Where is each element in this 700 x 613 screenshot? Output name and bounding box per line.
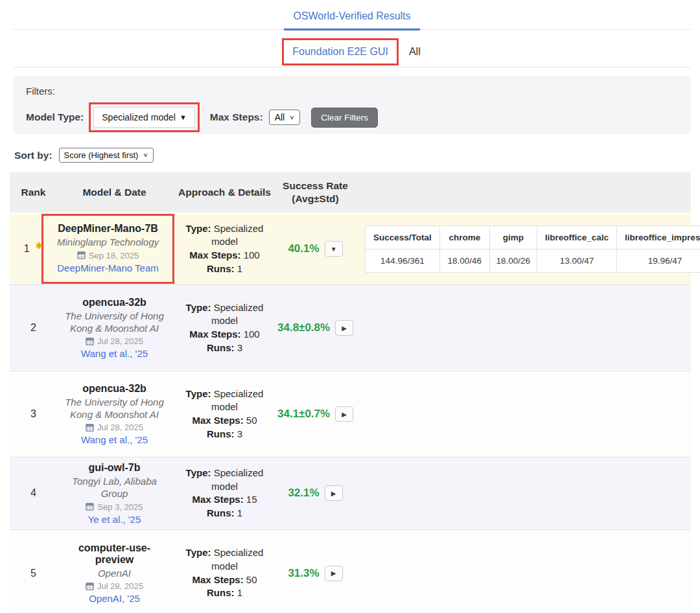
date-text: Sep 18, 2025 xyxy=(89,251,139,260)
calendar-icon xyxy=(86,424,94,432)
detail-col-header: Success/Total xyxy=(366,226,440,249)
detail-value: 18.00/46 xyxy=(439,249,489,272)
detail-col-header: gimp xyxy=(489,226,537,249)
detail-header-row: Success/Total chrome gimp libreoffice_ca… xyxy=(366,226,700,249)
max-steps-value: 100 xyxy=(244,249,260,260)
model-name: DeepMiner-Mano-7B xyxy=(58,223,158,235)
collapse-toggle-button[interactable]: ▼ xyxy=(325,241,343,257)
model-org: Mininglamp Technology xyxy=(57,237,159,249)
model-type-dropdown[interactable]: Specialized model ▼ xyxy=(93,107,195,128)
star-icon: ✱ xyxy=(36,240,43,251)
detail-col-header: libreoffice_impress xyxy=(617,226,700,249)
tab-all[interactable]: All xyxy=(408,42,422,62)
filters-row: Model Type: Specialized model ▼ Max Step… xyxy=(26,102,678,132)
filters-panel: Filters: Model Type: Specialized model ▼… xyxy=(13,76,691,134)
row-divider xyxy=(10,371,691,371)
secondary-tab-group: Foundation E2E GUI All xyxy=(282,38,421,67)
model-cell: DeepMiner-Mano-7B Mininglamp Technology … xyxy=(57,214,172,284)
detail-value: 144.96/361 xyxy=(366,249,440,272)
primary-tab-bar: OSWorld-Verified Results xyxy=(13,0,691,30)
max-steps-select[interactable]: All ∨ xyxy=(269,110,301,125)
rank-value: 3 xyxy=(30,408,36,420)
runs-label: Runs: xyxy=(207,507,235,518)
max-steps-value: 50 xyxy=(246,415,257,426)
detail-cell: Success/Total chrome gimp libreoffice_ca… xyxy=(353,226,700,273)
date-text: Jul 28, 2025 xyxy=(97,336,143,346)
model-link[interactable]: OpenAI, '25 xyxy=(89,593,140,604)
model-org: The University of Hong Kong & Moonshot A… xyxy=(60,310,169,335)
model-link[interactable]: Wang et al., '25 xyxy=(81,348,148,359)
model-link[interactable]: Ye et al., '25 xyxy=(88,514,141,525)
model-cell: opencua-32b The University of Hong Kong … xyxy=(57,293,172,364)
type-label: Type: xyxy=(186,547,211,558)
expand-toggle-button[interactable]: ▶ xyxy=(325,485,343,501)
model-name: opencua-32b xyxy=(82,383,146,395)
type-value: Specialized model xyxy=(211,223,263,248)
chevron-down-icon: ∨ xyxy=(143,152,148,158)
date-text: Jul 28, 2025 xyxy=(97,581,143,591)
calendar-icon xyxy=(86,503,94,511)
table-row: 2 opencua-32b The University of Hong Kon… xyxy=(10,286,691,370)
table-row: 1 ✱ DeepMiner-Mano-7B Mininglamp Technol… xyxy=(10,214,691,284)
expand-toggle-button[interactable]: ▶ xyxy=(325,566,343,581)
expand-toggle-button[interactable]: ▶ xyxy=(335,406,353,422)
score-cell: 34.8±0.8% ▶ xyxy=(277,320,353,336)
max-steps-label: Max Steps: xyxy=(192,494,243,505)
max-steps-label: Max Steps: xyxy=(210,111,263,123)
model-cell: opencua-32b The University of Hong Kong … xyxy=(57,379,172,450)
row-divider xyxy=(10,284,691,285)
detail-value-row: 144.96/361 18.00/46 18.00/26 13.00/47 19… xyxy=(366,249,700,272)
runs-label: Runs: xyxy=(207,587,235,598)
model-date: Jul 28, 2025 xyxy=(86,422,143,432)
runs-value: 1 xyxy=(237,587,242,598)
runs-value: 3 xyxy=(237,428,242,439)
model-link[interactable]: DeepMiner-Mano Team xyxy=(57,262,158,273)
sort-by-label: Sort by: xyxy=(14,150,52,161)
model-date: Jul 28, 2025 xyxy=(86,581,143,591)
expand-toggle-button[interactable]: ▶ xyxy=(335,320,353,336)
approach-cell: Type: Specialized model Max Steps: 100 R… xyxy=(172,222,277,276)
secondary-tab-bar: Foundation E2E GUI All xyxy=(13,30,691,67)
row-divider xyxy=(10,529,691,530)
max-steps-label: Max Steps: xyxy=(189,329,240,340)
rank-value: 5 xyxy=(30,568,36,579)
max-steps-value: All xyxy=(275,112,285,122)
model-link[interactable]: Wang et al., '25 xyxy=(81,434,148,445)
tab-foundation-e2e-gui[interactable]: Foundation E2E GUI xyxy=(292,46,388,58)
type-label: Type: xyxy=(186,388,211,399)
runs-value: 1 xyxy=(237,507,242,518)
detail-value: 19.96/47 xyxy=(617,249,700,272)
success-rate-value: 32.1% xyxy=(288,487,319,500)
table-row: 4 gui-owl-7b Tongyi Lab, Alibaba Group S… xyxy=(10,458,691,529)
success-rate-value: 34.8±0.8% xyxy=(277,321,330,334)
tab-osworld-verified-results[interactable]: OSWorld-Verified Results xyxy=(284,0,419,30)
model-name: gui-owl-7b xyxy=(89,462,141,474)
model-org: Tongyi Lab, Alibaba Group xyxy=(60,476,169,500)
clear-filters-button[interactable]: Clear Filters xyxy=(311,108,378,128)
max-steps-value: 15 xyxy=(246,494,257,505)
success-rate-value: 40.1% xyxy=(288,242,319,255)
success-rate-value: 34.1±0.7% xyxy=(277,408,330,421)
header-success-rate: Success Rate (Avg±Std) xyxy=(277,174,353,211)
model-org: The University of Hong Kong & Moonshot A… xyxy=(60,397,169,421)
max-steps-label: Max Steps: xyxy=(192,574,243,585)
runs-value: 1 xyxy=(237,263,242,274)
row-divider xyxy=(10,457,691,457)
detail-value: 13.00/47 xyxy=(537,249,616,272)
annotation-box-model-type: Specialized model ▼ xyxy=(89,102,200,132)
score-cell: 32.1% ▶ xyxy=(277,485,353,501)
model-cell: gui-owl-7b Tongyi Lab, Alibaba Group Sep… xyxy=(57,458,172,529)
calendar-icon xyxy=(86,338,94,345)
model-name: opencua-32b xyxy=(82,297,146,308)
table-row: 5 computer-use-preview OpenAI Jul 28, 20… xyxy=(10,531,691,613)
max-steps-label: Max Steps: xyxy=(192,415,243,426)
filters-title: Filters: xyxy=(26,86,678,97)
calendar-icon xyxy=(86,583,94,590)
type-value: Specialized model xyxy=(211,388,263,413)
max-steps-label: Max Steps: xyxy=(189,249,240,260)
max-steps-value: 50 xyxy=(246,574,257,585)
sort-select[interactable]: Score (Highest first) ∨ xyxy=(59,148,154,163)
leaderboard-table: Rank Model & Date Approach & Details Suc… xyxy=(10,172,691,613)
model-cell: computer-use-preview OpenAI Jul 28, 2025… xyxy=(57,538,172,608)
annotation-box-model-cell: DeepMiner-Mano-7B Mininglamp Technology … xyxy=(41,214,174,284)
